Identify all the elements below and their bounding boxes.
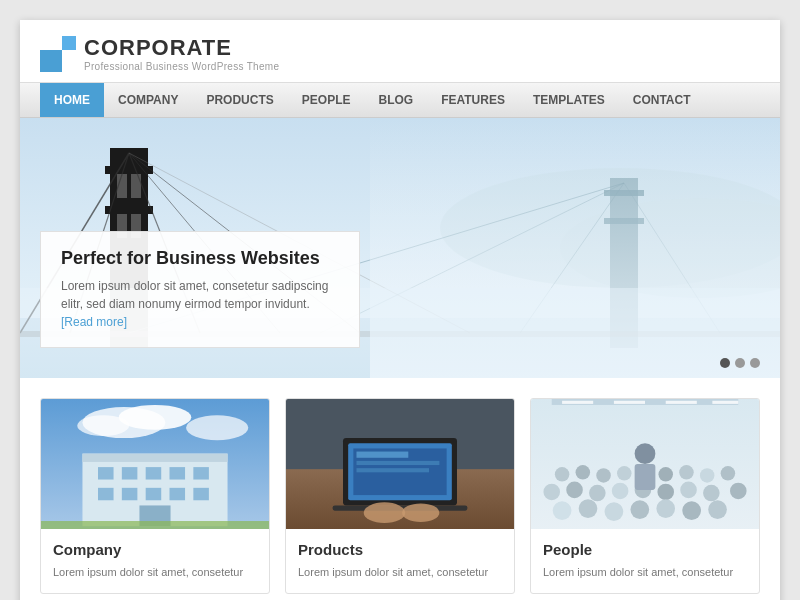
site-header: CORPORATE Professional Business WordPres…: [20, 20, 780, 82]
card-products-title: Products: [298, 541, 502, 558]
hero-caption-title: Perfect for Business Websites: [61, 248, 339, 269]
svg-rect-62: [712, 401, 738, 404]
nav-item-contact[interactable]: CONTACT: [619, 83, 705, 117]
card-products-image: [286, 399, 514, 529]
svg-point-79: [703, 485, 720, 502]
logo-square-big: [40, 50, 62, 72]
svg-point-69: [679, 465, 694, 480]
hero-caption-text: Lorem ipsum dolor sit amet, consetetur s…: [61, 277, 339, 331]
svg-point-70: [700, 468, 715, 483]
svg-point-31: [186, 415, 248, 440]
svg-rect-89: [635, 464, 656, 490]
svg-point-87: [708, 500, 727, 519]
svg-point-65: [596, 468, 611, 483]
nav-item-people[interactable]: PEOPLE: [288, 83, 365, 117]
svg-point-88: [635, 443, 656, 464]
svg-point-68: [658, 467, 673, 482]
svg-point-80: [730, 483, 747, 500]
svg-point-30: [77, 415, 129, 436]
svg-rect-51: [356, 452, 408, 458]
svg-rect-42: [170, 488, 186, 500]
svg-point-55: [364, 502, 405, 523]
svg-rect-61: [666, 401, 697, 404]
card-people-text: Lorem ipsum dolor sit amet, consetetur: [543, 564, 747, 581]
card-company-text: Lorem ipsum dolor sit amet, consetetur: [53, 564, 257, 581]
nav-item-features[interactable]: FEATURES: [427, 83, 519, 117]
svg-point-72: [543, 484, 560, 501]
card-company-body: Company Lorem ipsum dolor sit amet, cons…: [41, 529, 269, 593]
svg-point-74: [589, 485, 606, 502]
cards-section: Company Lorem ipsum dolor sit amet, cons…: [20, 378, 780, 600]
svg-rect-34: [98, 467, 114, 479]
card-people-body: People Lorem ipsum dolor sit amet, conse…: [531, 529, 759, 593]
svg-rect-45: [41, 521, 269, 529]
svg-point-66: [617, 466, 632, 481]
card-company: Company Lorem ipsum dolor sit amet, cons…: [40, 398, 270, 594]
svg-rect-52: [356, 461, 439, 465]
nav-item-blog[interactable]: BLOG: [364, 83, 427, 117]
svg-point-73: [566, 482, 583, 499]
svg-rect-53: [356, 468, 429, 472]
logo-square-small: [62, 36, 76, 50]
svg-rect-36: [146, 467, 162, 479]
card-company-image: [41, 399, 269, 529]
svg-point-85: [656, 499, 675, 518]
logo-icon: [40, 36, 76, 72]
nav-item-home[interactable]: HOME: [40, 83, 104, 117]
nav-item-company[interactable]: COMPANY: [104, 83, 192, 117]
svg-rect-38: [193, 467, 209, 479]
hero-dots: [720, 358, 760, 368]
card-products-text: Lorem ipsum dolor sit amet, consetetur: [298, 564, 502, 581]
svg-rect-37: [170, 467, 186, 479]
svg-point-86: [682, 501, 701, 520]
svg-rect-10: [105, 206, 153, 214]
main-nav: HOME COMPANY PRODUCTS PEOPLE BLOG FEATUR…: [20, 82, 780, 118]
card-products-body: Products Lorem ipsum dolor sit amet, con…: [286, 529, 514, 593]
svg-point-82: [579, 499, 598, 518]
hero-caption: Perfect for Business Websites Lorem ipsu…: [40, 231, 360, 348]
svg-rect-33: [82, 454, 227, 462]
hero-section: Perfect for Business Websites Lorem ipsu…: [20, 118, 780, 378]
svg-point-84: [630, 500, 649, 519]
card-company-title: Company: [53, 541, 257, 558]
card-people-title: People: [543, 541, 747, 558]
svg-rect-43: [193, 488, 209, 500]
site-title: CORPORATE: [84, 35, 279, 61]
svg-rect-59: [562, 401, 593, 404]
svg-point-29: [119, 405, 192, 430]
nav-item-products[interactable]: PRODUCTS: [192, 83, 287, 117]
svg-point-77: [657, 484, 674, 501]
hero-dot-1[interactable]: [720, 358, 730, 368]
svg-point-71: [721, 466, 736, 481]
page-wrapper: CORPORATE Professional Business WordPres…: [20, 20, 780, 600]
hero-dot-2[interactable]: [735, 358, 745, 368]
svg-point-81: [553, 501, 572, 520]
card-products: Products Lorem ipsum dolor sit amet, con…: [285, 398, 515, 594]
card-people: People Lorem ipsum dolor sit amet, conse…: [530, 398, 760, 594]
svg-rect-41: [146, 488, 162, 500]
nav-item-templates[interactable]: TEMPLATES: [519, 83, 619, 117]
svg-rect-39: [98, 488, 114, 500]
svg-point-78: [680, 482, 697, 499]
svg-point-75: [612, 483, 629, 500]
svg-rect-6: [131, 173, 141, 198]
svg-rect-60: [614, 401, 645, 404]
card-people-image: [531, 399, 759, 529]
logo-text: CORPORATE Professional Business WordPres…: [84, 35, 279, 72]
svg-point-83: [605, 502, 624, 521]
svg-point-63: [555, 467, 570, 482]
svg-point-56: [402, 503, 439, 522]
svg-rect-35: [122, 467, 138, 479]
hero-read-more-link[interactable]: [Read more]: [61, 315, 127, 329]
site-subtitle: Professional Business WordPress Theme: [84, 61, 279, 72]
svg-rect-40: [122, 488, 138, 500]
svg-point-64: [576, 465, 591, 480]
hero-dot-3[interactable]: [750, 358, 760, 368]
